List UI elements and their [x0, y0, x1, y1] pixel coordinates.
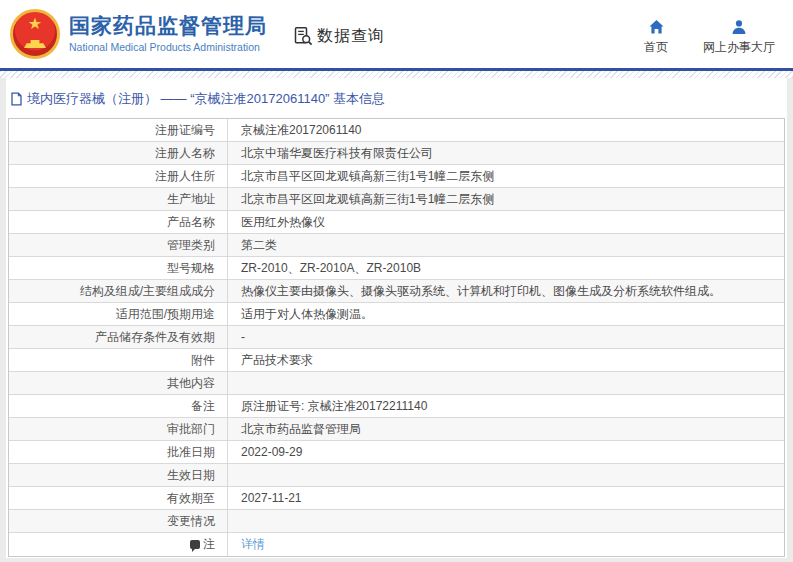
table-row: 批准日期2022-09-29	[9, 441, 784, 464]
page-header: ★ 国家药品监督管理局 National Medical Products Ad…	[0, 0, 793, 68]
table-row: 产品储存条件及有效期-	[9, 326, 784, 349]
breadcrumb: 境内医疗器械（注册） —— “京械注准20172061140” 基本信息	[8, 78, 785, 118]
table-row: 结构及组成/主要组成成分热像仪主要由摄像头、摄像头驱动系统、计算机和打印机、图像…	[9, 280, 784, 303]
header-nav: 首页 网上办事大厅	[639, 18, 775, 56]
field-label: 其他内容	[9, 372, 228, 394]
field-label: 备注	[9, 395, 228, 417]
emblem-star-icon: ★	[13, 16, 57, 32]
org-name-zh: 国家药品监督管理局	[69, 14, 267, 38]
breadcrumb-text: 境内医疗器械（注册） —— “京械注准20172061140” 基本信息	[27, 90, 385, 108]
field-label: 产品名称	[9, 211, 228, 233]
field-label: 附件	[9, 349, 228, 371]
document-icon	[10, 92, 23, 106]
content-card: 境内医疗器械（注册） —— “京械注准20172061140” 基本信息 注册证…	[6, 78, 787, 558]
table-row: 注册人名称北京中瑞华夏医疗科技有限责任公司	[9, 142, 784, 165]
data-query-label: 数据查询	[317, 26, 385, 47]
field-label: 有效期至	[9, 487, 228, 509]
field-value: 产品技术要求	[228, 349, 784, 371]
field-value	[228, 372, 784, 394]
table-row: 注册人住所北京市昌平区回龙观镇高新三街1号1幢二层东侧	[9, 165, 784, 188]
info-table: 注册证编号京械注准20172061140注册人名称北京中瑞华夏医疗科技有限责任公…	[8, 118, 785, 557]
table-row: 备注原注册证号: 京械注准20172211140	[9, 395, 784, 418]
field-value: 京械注准20172061140	[228, 119, 784, 141]
table-row: 产品名称医用红外热像仪	[9, 211, 784, 234]
table-row: 管理类别第二类	[9, 234, 784, 257]
field-value: 医用红外热像仪	[228, 211, 784, 233]
field-label: 注册证编号	[9, 119, 228, 141]
nav-home-label: 首页	[644, 39, 668, 56]
field-label: 生产地址	[9, 188, 228, 210]
field-value: 热像仪主要由摄像头、摄像头驱动系统、计算机和打印机、图像生成及分析系统软件组成。	[228, 280, 784, 302]
main-area: 境内医疗器械（注册） —— “京械注准20172061140” 基本信息 注册证…	[0, 78, 793, 562]
field-label: 变更情况	[9, 510, 228, 532]
field-label: 管理类别	[9, 234, 228, 256]
field-value: 适用于对人体热像测温。	[228, 303, 784, 325]
table-row: 生产地址北京市昌平区回龙观镇高新三街1号1幢二层东侧	[9, 188, 784, 211]
field-label: 注册人住所	[9, 165, 228, 187]
table-row: 有效期至2027-11-21	[9, 487, 784, 510]
field-value: -	[228, 326, 784, 348]
field-value: 北京中瑞华夏医疗科技有限责任公司	[228, 142, 784, 164]
data-query-section-link[interactable]: 数据查询	[293, 26, 385, 47]
nav-service-hall[interactable]: 网上办事大厅	[703, 18, 775, 56]
note-bubble-icon	[190, 540, 200, 549]
field-value: ZR-2010、ZR-2010A、ZR-2010B	[228, 257, 784, 279]
field-value: 北京市昌平区回龙观镇高新三街1号1幢二层东侧	[228, 188, 784, 210]
field-value: 第二类	[228, 234, 784, 256]
field-value: 北京市昌平区回龙观镇高新三街1号1幢二层东侧	[228, 165, 784, 187]
field-label: 生效日期	[9, 464, 228, 486]
field-label: 审批部门	[9, 418, 228, 440]
field-value	[228, 510, 784, 532]
table-row: 变更情况	[9, 510, 784, 533]
org-name-en: National Medical Products Administration	[69, 40, 267, 54]
nav-service-hall-label: 网上办事大厅	[703, 39, 775, 56]
field-label: 注册人名称	[9, 142, 228, 164]
details-link[interactable]: 详情	[241, 536, 265, 553]
field-value	[228, 464, 784, 486]
field-value: 2027-11-21	[228, 487, 784, 509]
table-row: 适用范围/预期用途适用于对人体热像测温。	[9, 303, 784, 326]
table-row: 注详情	[9, 533, 784, 556]
nav-home[interactable]: 首页	[639, 18, 673, 56]
data-query-icon	[293, 26, 313, 46]
table-row: 审批部门北京市药品监督管理局	[9, 418, 784, 441]
org-title-block: 国家药品监督管理局 National Medical Products Admi…	[69, 14, 267, 54]
emblem-gate-icon	[24, 40, 46, 48]
table-row: 注册证编号京械注准20172061140	[9, 119, 784, 142]
field-label: 型号规格	[9, 257, 228, 279]
nmpa-emblem-logo[interactable]: ★	[10, 9, 60, 59]
header-hatch-strip	[0, 71, 793, 78]
field-value: 2022-09-29	[228, 441, 784, 463]
field-value: 详情	[228, 533, 784, 556]
field-label: 注	[9, 533, 228, 556]
table-row: 其他内容	[9, 372, 784, 395]
table-row: 型号规格ZR-2010、ZR-2010A、ZR-2010B	[9, 257, 784, 280]
field-label: 结构及组成/主要组成成分	[9, 280, 228, 302]
field-label: 适用范围/预期用途	[9, 303, 228, 325]
user-icon	[731, 18, 747, 35]
table-row: 生效日期	[9, 464, 784, 487]
field-value: 北京市药品监督管理局	[228, 418, 784, 440]
field-value: 原注册证号: 京械注准20172211140	[228, 395, 784, 417]
field-label: 批准日期	[9, 441, 228, 463]
home-icon	[648, 18, 665, 35]
field-label: 产品储存条件及有效期	[9, 326, 228, 348]
table-row: 附件产品技术要求	[9, 349, 784, 372]
